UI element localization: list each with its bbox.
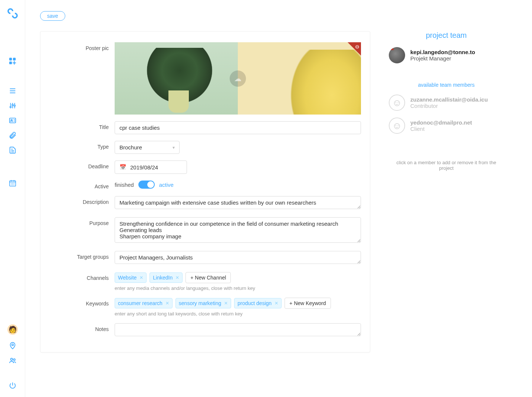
sidebar: 🧑 [0, 0, 25, 397]
remove-tag-icon[interactable]: ✕ [224, 301, 228, 306]
team-icon[interactable] [9, 356, 17, 364]
svg-point-4 [12, 104, 13, 106]
remove-tag-icon[interactable]: ✕ [165, 301, 169, 306]
type-value: Brochure [119, 144, 142, 150]
member-role: Contributor [410, 103, 488, 109]
member-email: zuzanne.mcallistair@oida.icu [410, 96, 488, 103]
svg-point-7 [11, 119, 12, 121]
finished-label: finished [115, 182, 134, 188]
description-input[interactable] [115, 196, 361, 209]
tag[interactable]: LinkedIn✕ [150, 272, 183, 283]
label-notes: Notes [40, 323, 115, 332]
team-note: click on a member to add or remove it fr… [389, 160, 504, 171]
member-email: yedonoc@dmailpro.net [410, 119, 472, 126]
add-tag-button[interactable]: + New Channel [185, 272, 231, 283]
calendar-icon[interactable] [7, 178, 18, 188]
save-button[interactable]: save [40, 11, 65, 21]
keywords-hint: enter any short and long tail keywords, … [115, 311, 361, 317]
calendar-small-icon: 📅 [119, 164, 127, 171]
remove-tag-icon[interactable]: ✕ [175, 275, 179, 280]
type-select[interactable]: Brochure ▾ [115, 141, 180, 154]
remove-tag-icon[interactable]: ✕ [139, 275, 143, 280]
tag[interactable]: consumer research✕ [115, 298, 173, 308]
label-target-groups: Target groups [40, 251, 115, 260]
deadline-value: 2019/08/24 [130, 164, 158, 171]
chevron-down-icon: ▾ [173, 145, 175, 150]
member-role: Client [410, 126, 472, 132]
label-type: Type [40, 141, 115, 150]
contact-card-icon[interactable] [9, 116, 17, 125]
label-keywords: Keywords [40, 298, 115, 307]
member-email: kepi.langedon@tonne.to [410, 49, 475, 55]
active-toggle[interactable] [138, 181, 155, 189]
tag[interactable]: Website✕ [115, 272, 147, 283]
available-header: available team members [389, 82, 504, 88]
label-description: Description [40, 196, 115, 205]
dashboard-add-icon[interactable] [9, 57, 17, 65]
svg-point-3 [10, 106, 11, 108]
label-deadline: Deadline [40, 161, 115, 169]
add-tag-button[interactable]: + New Keyword [285, 298, 331, 309]
label-purpose: Purpose [40, 217, 115, 226]
notes-input[interactable] [115, 323, 361, 336]
app-logo-icon [6, 7, 19, 20]
label-channels: Channels [40, 272, 115, 281]
tag[interactable]: sensory marketing✕ [175, 298, 231, 308]
user-avatar-icon[interactable]: 🧑 [7, 324, 18, 335]
channels-hint: enter any media channels and/or language… [115, 285, 361, 291]
document-icon[interactable] [9, 146, 17, 154]
title-input[interactable] [115, 121, 361, 134]
svg-rect-6 [9, 118, 16, 123]
svg-point-10 [10, 358, 13, 361]
upload-icon[interactable]: ☁ [230, 70, 246, 87]
active-label: active [159, 182, 174, 188]
label-title: Title [40, 121, 115, 130]
avatar: ☺ [389, 118, 405, 134]
svg-rect-0 [9, 58, 12, 60]
team-member[interactable]: ☺yedonoc@dmailpro.netClient [389, 118, 504, 134]
label-poster: Poster pic [40, 42, 115, 51]
sliders-icon[interactable] [9, 102, 17, 110]
project-form: Poster pic ☁ ⊖ Title Type [40, 31, 370, 353]
remove-tag-icon[interactable]: ✕ [275, 301, 278, 306]
svg-point-5 [14, 105, 15, 106]
poster-upload-area[interactable]: ☁ ⊖ [115, 42, 361, 115]
main-content: save Poster pic ☁ ⊖ Title [25, 0, 532, 397]
target-groups-input[interactable] [115, 251, 361, 264]
team-member[interactable]: ☺zuzanne.mcallistair@oida.icuContributor [389, 95, 504, 111]
svg-rect-2 [9, 62, 12, 64]
location-icon[interactable] [9, 341, 17, 350]
team-member[interactable]: kepi.langedon@tonne.toProjekt Manager [389, 47, 504, 63]
deadline-input[interactable]: 📅 2019/08/24 [115, 161, 187, 174]
svg-point-9 [12, 344, 13, 346]
remove-poster-icon[interactable]: ⊖ [355, 44, 359, 50]
avatar: ☺ [389, 95, 405, 111]
label-active: Active [40, 181, 115, 189]
svg-rect-1 [13, 58, 15, 60]
keywords-tags: consumer research✕sensory marketing✕prod… [115, 298, 361, 309]
channels-tags: Website✕LinkedIn✕+ New Channel [115, 272, 361, 283]
svg-point-11 [13, 359, 15, 361]
attachment-icon[interactable] [9, 131, 17, 139]
power-icon[interactable] [9, 381, 17, 390]
team-panel: project team kepi.langedon@tonne.toProje… [389, 31, 504, 353]
team-header: project team [389, 31, 504, 40]
member-role: Projekt Manager [410, 55, 475, 62]
list-icon[interactable] [9, 87, 17, 95]
purpose-input[interactable] [115, 217, 361, 243]
avatar [389, 47, 405, 63]
tag[interactable]: product design✕ [234, 298, 282, 308]
